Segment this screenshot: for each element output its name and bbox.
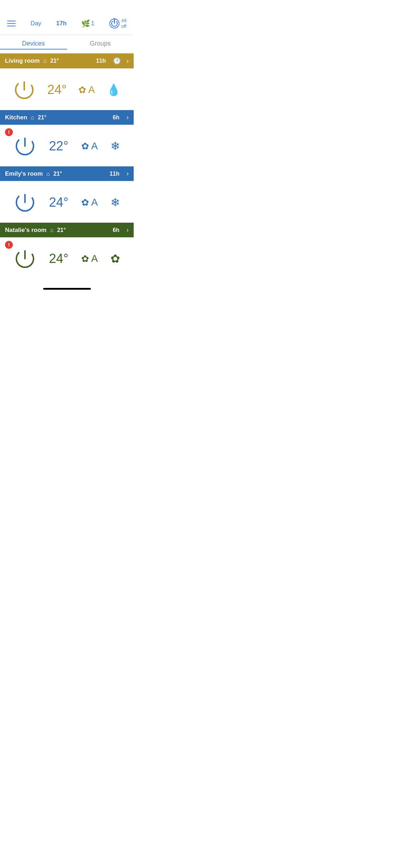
- temp-display-living-room: 24°: [47, 82, 67, 97]
- tab-bar: Devices Groups: [0, 35, 134, 53]
- temp-display-kitchen: 22°: [49, 139, 68, 154]
- status-icon-kitchen[interactable]: ❄: [110, 139, 120, 153]
- room-header-emilys-room[interactable]: Emily's room ⌂ 21° 11h ›: [0, 166, 134, 181]
- room-header-kitchen[interactable]: Kitchen ⌂ 21° 6h ›: [0, 110, 134, 125]
- fan-mode-label-living-room: A: [88, 84, 95, 95]
- fan-mode-label-kitchen: A: [91, 140, 98, 152]
- eco-indicator[interactable]: 🌿 1: [81, 19, 94, 28]
- leaf-icon: 🌿: [81, 19, 90, 28]
- room-temp-kitchen: 21°: [38, 114, 46, 121]
- room-hours-emilys-room: 11h: [109, 171, 119, 177]
- device-row-emilys-room: 24° ✿ A ❄: [0, 181, 134, 222]
- fan-mode-living-room[interactable]: ✿ A: [78, 84, 95, 95]
- room-kitchen: Kitchen ⌂ 21° 6h › ! 22° ✿ A ❄: [0, 110, 134, 166]
- fan-mode-label-natalies-room: A: [91, 253, 98, 264]
- eco-count: 1: [91, 20, 94, 27]
- fan-icon-natalies-room: ✿: [81, 253, 89, 264]
- tab-devices[interactable]: Devices: [0, 40, 67, 50]
- home-icon-living-room: ⌂: [43, 58, 47, 64]
- power-button-living-room[interactable]: [13, 78, 36, 101]
- fan-icon-living-room: ✿: [78, 84, 86, 95]
- all-off-text: All off: [122, 18, 127, 29]
- power-icon-kitchen: [14, 135, 36, 157]
- temp-display-natalies-room: 24°: [49, 251, 68, 266]
- tab-groups[interactable]: Groups: [67, 40, 134, 50]
- room-name-natalies-room: Natalie's room: [5, 227, 46, 234]
- room-temp-natalies-room: 21°: [57, 227, 66, 233]
- device-row-living-room: 24° ✿ A 💧: [0, 68, 134, 110]
- time-label: 17h: [56, 20, 66, 27]
- room-header-natalies-room[interactable]: Natalie's room ⌂ 21° 6h ›: [0, 223, 134, 237]
- home-indicator-area: [0, 279, 134, 300]
- status-icon-natalies-room[interactable]: ✿: [110, 252, 120, 265]
- home-icon-natalies-room: ⌂: [50, 227, 53, 233]
- fan-icon-kitchen: ✿: [81, 141, 89, 152]
- power-button-natalies-room[interactable]: [14, 247, 36, 270]
- clock-icon-living-room: 🕐: [113, 57, 121, 65]
- chevron-right-kitchen: ›: [127, 114, 129, 121]
- power-button-kitchen[interactable]: [14, 135, 36, 157]
- alert-badge-kitchen: !: [5, 128, 13, 136]
- room-hours-natalies-room: 6h: [113, 227, 119, 233]
- home-indicator: [43, 288, 91, 290]
- top-bar: Day 17h 🌿 1 All off: [0, 0, 134, 35]
- power-icon-natalies-room: [14, 247, 36, 270]
- fan-mode-emilys-room[interactable]: ✿ A: [81, 197, 98, 208]
- room-hours-kitchen: 6h: [113, 114, 119, 121]
- power-icon-svg: [110, 20, 118, 27]
- room-name-living-room: Living room: [5, 57, 40, 64]
- device-row-kitchen: ! 22° ✿ A ❄: [0, 125, 134, 166]
- room-living-room: Living room ⌂ 21° 11h 🕐 › 24° ✿ A 💧: [0, 53, 134, 110]
- alert-badge-natalies-room: !: [5, 241, 13, 249]
- fan-icon-emilys-room: ✿: [81, 197, 89, 208]
- room-natalies-room: Natalie's room ⌂ 21° 6h › ! 24° ✿ A ✿: [0, 223, 134, 279]
- home-icon-kitchen: ⌂: [31, 114, 34, 121]
- home-icon-emilys-room: ⌂: [46, 171, 50, 177]
- room-hours-living-room: 11h: [96, 58, 106, 64]
- temp-display-emilys-room: 24°: [49, 195, 68, 210]
- chevron-right-natalies-room: ›: [127, 226, 129, 234]
- power-circle-icon: [109, 19, 119, 29]
- fan-mode-kitchen[interactable]: ✿ A: [81, 140, 98, 152]
- room-name-emilys-room: Emily's room: [5, 170, 43, 177]
- fan-mode-label-emilys-room: A: [91, 197, 98, 208]
- room-emilys-room: Emily's room ⌂ 21° 11h › 24° ✿ A ❄: [0, 166, 134, 222]
- room-name-kitchen: Kitchen: [5, 114, 27, 121]
- power-icon-emilys-room: [14, 191, 36, 214]
- device-row-natalies-room: ! 24° ✿ A ✿: [0, 237, 134, 279]
- room-header-living-room[interactable]: Living room ⌂ 21° 11h 🕐 ›: [0, 53, 134, 68]
- menu-button[interactable]: [7, 21, 16, 26]
- fan-mode-natalies-room[interactable]: ✿ A: [81, 253, 98, 264]
- chevron-right-emilys-room: ›: [127, 170, 129, 177]
- status-icon-emilys-room[interactable]: ❄: [110, 196, 120, 209]
- room-temp-emilys-room: 21°: [53, 171, 62, 177]
- status-icon-living-room[interactable]: 💧: [107, 83, 121, 97]
- power-icon-living-room: [13, 78, 36, 101]
- chevron-right-living-room: ›: [127, 57, 129, 65]
- day-label[interactable]: Day: [31, 20, 41, 27]
- power-button-emilys-room[interactable]: [14, 191, 36, 214]
- room-temp-living-room: 21°: [50, 58, 59, 64]
- all-off-button[interactable]: All off: [109, 18, 127, 29]
